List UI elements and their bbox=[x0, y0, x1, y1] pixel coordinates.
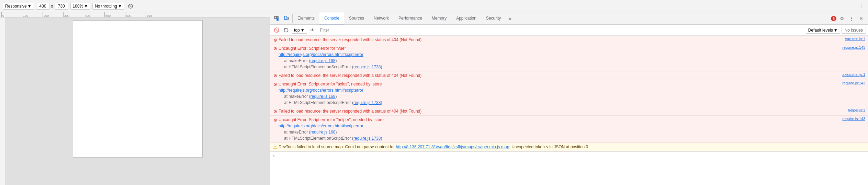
inspect-element-icon[interactable] bbox=[272, 14, 281, 23]
tab-memory[interactable]: Memory bbox=[427, 12, 451, 25]
ruler-top: 0 100 200 300 400 500 600 700 bbox=[0, 12, 270, 18]
entry-source[interactable]: require.js:143 bbox=[839, 117, 865, 121]
tab-sources[interactable]: Sources bbox=[344, 12, 369, 25]
settings-icon[interactable]: ⚙ bbox=[838, 14, 846, 23]
ruler-tick: 500 bbox=[104, 12, 125, 18]
levels-select[interactable]: Default levels ▼ bbox=[806, 27, 840, 34]
error-link[interactable]: http://requirejs.org/docs/errors.html#sc… bbox=[279, 88, 363, 93]
error-icon: ⊗ bbox=[272, 81, 278, 87]
clear-console-icon[interactable]: 🚫 bbox=[272, 26, 281, 34]
error-message: Failed to load resource: the server resp… bbox=[279, 109, 421, 114]
entry-content: Failed to load resource: the server resp… bbox=[279, 108, 845, 114]
svg-line-11 bbox=[284, 28, 285, 29]
error-icon: ⊗ bbox=[272, 117, 278, 123]
error-message: Failed to load resource: the server resp… bbox=[279, 73, 421, 78]
throttle-chevron: ▼ bbox=[118, 4, 122, 9]
zoom-select[interactable]: 100% ▼ bbox=[70, 3, 91, 10]
console-output: ⊗ Failed to load resource: the server re… bbox=[270, 36, 868, 185]
ruler-tick: 200 bbox=[43, 12, 63, 18]
ruler-tick: 100 bbox=[22, 12, 43, 18]
entry-content: Failed to load resource: the server resp… bbox=[279, 37, 842, 43]
zoom-label: 100% bbox=[73, 4, 83, 9]
stack-link[interactable]: require.js:1738 bbox=[353, 65, 381, 69]
warning-message: DevTools failed to load source map: Coul… bbox=[279, 144, 396, 149]
error-message: Failed to load resource: the server resp… bbox=[279, 37, 421, 42]
console-entry: ⊗ Uncaught Error: Script error for "axio… bbox=[270, 80, 868, 107]
error-icon: ⊗ bbox=[272, 108, 278, 114]
device-toolbar-icon[interactable] bbox=[281, 14, 291, 23]
entry-content: DevTools failed to load source map: Coul… bbox=[279, 144, 865, 150]
error-icon: ⊗ bbox=[272, 46, 278, 51]
toolbar-left: Responsive ▼ x 100% ▼ No throttling ▼ bbox=[3, 2, 135, 10]
warning-link[interactable]: http://8.136.207.71:81/wap/first/zsff/js… bbox=[396, 144, 509, 149]
console-entry: ⊗ Failed to load resource: the server re… bbox=[270, 71, 868, 80]
ruler-vertical bbox=[0, 18, 5, 185]
more-tabs-icon[interactable]: » bbox=[506, 15, 514, 22]
error-link[interactable]: http://requirejs.org/docs/errors.html#sc… bbox=[279, 124, 363, 128]
entry-source[interactable]: helper.js:1 bbox=[845, 108, 865, 112]
prompt-arrow[interactable]: › bbox=[273, 153, 275, 159]
devtools-right: Elements Console Sources Network Perform… bbox=[270, 12, 868, 185]
stack-line: at HTMLScriptElement.onScriptError (requ… bbox=[284, 135, 839, 141]
responsive-chevron: ▼ bbox=[27, 4, 32, 9]
svg-rect-3 bbox=[277, 19, 279, 21]
no-issues-badge: No Issues bbox=[842, 27, 866, 34]
ruler-tick: 600 bbox=[125, 12, 146, 18]
console-entry: ⊗ Uncaught Error: Script error for "help… bbox=[270, 116, 868, 143]
console-toolbar: 🚫 top ▼ 👁 Default levels ▼ No I bbox=[270, 25, 868, 36]
responsive-select[interactable]: Responsive ▼ bbox=[3, 3, 34, 10]
tab-security[interactable]: Security bbox=[481, 12, 506, 25]
dimension-input: x bbox=[36, 3, 68, 10]
eye-icon[interactable]: 👁 bbox=[308, 26, 317, 34]
console-prompt: › bbox=[270, 151, 868, 160]
ruler-tick: 700 bbox=[146, 12, 166, 18]
svg-line-1 bbox=[129, 5, 132, 7]
stack-link[interactable]: require.js:1738 bbox=[353, 100, 381, 105]
ruler-tick: 0 bbox=[1, 12, 22, 18]
filter-input[interactable] bbox=[318, 27, 804, 33]
throttle-select[interactable]: No throttling ▼ bbox=[92, 3, 124, 10]
canvas-area bbox=[5, 18, 270, 185]
filter-icon[interactable] bbox=[282, 26, 290, 34]
stack-link[interactable]: require.js:168 bbox=[311, 58, 336, 63]
tab-network[interactable]: Network bbox=[369, 12, 394, 25]
svg-rect-8 bbox=[287, 17, 289, 20]
ruler-tick: 400 bbox=[84, 12, 104, 18]
context-select[interactable]: top ▼ bbox=[292, 27, 307, 34]
stack-link[interactable]: require.js:1738 bbox=[353, 136, 381, 141]
close-devtools-icon[interactable]: ✕ bbox=[857, 14, 865, 23]
rotate-icon[interactable] bbox=[126, 2, 135, 10]
throttle-label: No throttling bbox=[95, 4, 117, 9]
tab-console[interactable]: Console bbox=[319, 12, 344, 25]
stack-link[interactable]: require.js:168 bbox=[311, 94, 336, 99]
console-entry: ⊗ Failed to load resource: the server re… bbox=[270, 36, 868, 44]
stack-link[interactable]: require.js:168 bbox=[311, 130, 336, 135]
entry-source[interactable]: axios.min.js:1 bbox=[839, 72, 865, 77]
stack-line: at makeError (require.js:168) bbox=[284, 93, 839, 100]
customize-icon[interactable]: ⋮ bbox=[847, 14, 856, 23]
tab-right-icons: 6 ⚙ ⋮ ✕ bbox=[828, 14, 868, 23]
tab-elements[interactable]: Elements bbox=[293, 12, 319, 25]
preview-area: 0 100 200 300 400 500 600 700 bbox=[0, 12, 270, 185]
context-chevron: ▼ bbox=[301, 28, 305, 33]
tab-performance[interactable]: Performance bbox=[394, 12, 427, 25]
entry-source[interactable]: require.js:143 bbox=[839, 45, 865, 49]
error-link[interactable]: http://requirejs.org/docs/errors.html#sc… bbox=[279, 52, 363, 57]
entry-source[interactable]: require.js:143 bbox=[839, 81, 865, 85]
zoom-chevron: ▼ bbox=[84, 4, 88, 9]
console-entry: ⚠ DevTools failed to load source map: Co… bbox=[270, 143, 868, 151]
tab-bar: Elements Console Sources Network Perform… bbox=[270, 12, 868, 25]
levels-label: Default levels bbox=[808, 28, 833, 33]
height-input[interactable] bbox=[55, 3, 68, 10]
stack-line: at HTMLScriptElement.onScriptError (requ… bbox=[284, 100, 839, 106]
error-icon: ⊗ bbox=[272, 73, 278, 78]
error-count-badge: 6 bbox=[831, 16, 836, 21]
entry-source[interactable]: vue.min.js:1 bbox=[842, 37, 865, 41]
warning-message-cont: : Unexpected token < in JSON at position… bbox=[509, 144, 588, 149]
stack-line: at makeError (require.js:168) bbox=[284, 58, 839, 64]
width-input[interactable] bbox=[36, 3, 50, 10]
more-options-icon[interactable]: ⋮ bbox=[857, 2, 865, 10]
responsive-label: Responsive bbox=[5, 4, 27, 9]
tab-application[interactable]: Application bbox=[451, 12, 481, 25]
console-prompt-input[interactable] bbox=[277, 153, 865, 158]
